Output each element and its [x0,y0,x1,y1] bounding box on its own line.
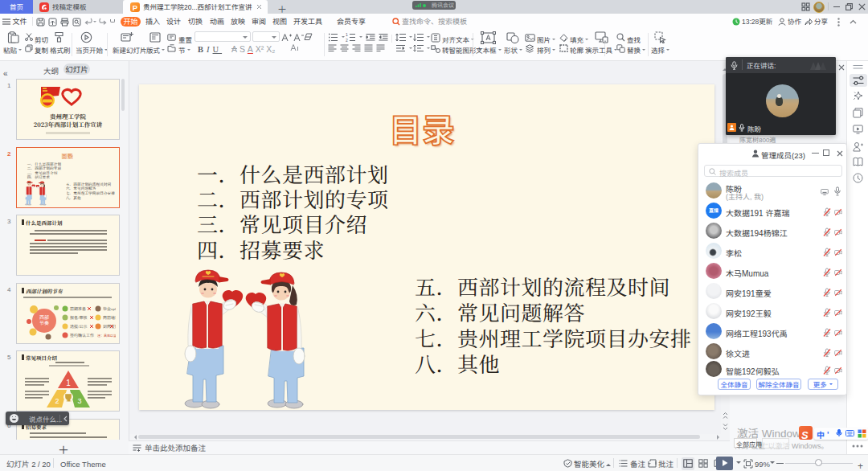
svg-text:3: 3 [77,395,81,406]
svg-text:岗前培训: 岗前培训 [103,314,116,320]
svg-text:2: 2 [55,395,59,406]
svg-text:2: 2 [346,37,348,42]
svg-text:前期准备: 前期准备 [70,305,86,311]
svg-text:毕业upload: 毕业upload [103,305,116,311]
svg-text:1: 1 [66,376,71,388]
svg-text:注：具体以当年通知为准: 注：具体以当年通知为准 [97,333,116,338]
svg-text:到岗在岗: 到岗在岗 [103,323,116,329]
svg-text:报名/审核: 报名/审核 [70,314,87,320]
svg-text:签约确认工作: 签约确认工作 [70,332,94,338]
svg-text:节奏: 节奏 [39,319,49,326]
svg-text:选拔/公示: 选拔/公示 [70,323,87,329]
